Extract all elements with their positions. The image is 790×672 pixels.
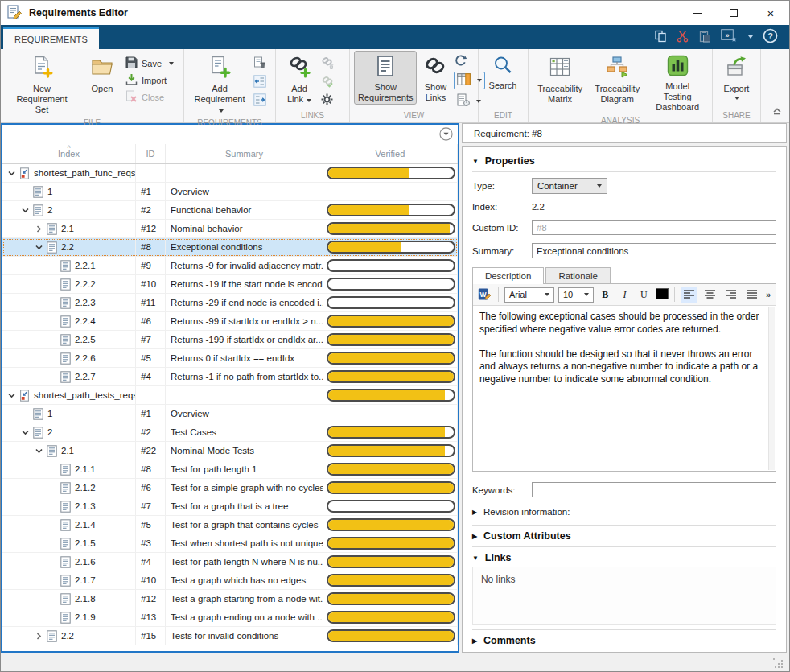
table-row[interactable]: 2.1.7#10Test a graph which has no edges bbox=[2, 571, 458, 590]
minimize-button[interactable] bbox=[678, 1, 715, 25]
chevron-right-icon[interactable] bbox=[33, 225, 45, 233]
bold-button[interactable]: B bbox=[598, 287, 613, 303]
demote-requirement-icon[interactable] bbox=[253, 93, 266, 109]
table-row[interactable]: 2.2.1#9Returns -9 for invalid adjacency … bbox=[2, 257, 458, 275]
chevron-down-icon[interactable] bbox=[6, 391, 18, 400]
add-link-caret-icon[interactable] bbox=[307, 99, 311, 102]
table-row[interactable]: 2.1.9#13Test a graph ending on a node wi… bbox=[2, 608, 458, 627]
traceability-matrix-button[interactable]: Traceability Matrix bbox=[533, 51, 587, 106]
properties-section-header[interactable]: ▼ Properties bbox=[472, 152, 776, 170]
table-row[interactable]: 2.2.5#7Returns -199 if startIdx or endId… bbox=[2, 331, 458, 349]
refresh-icon[interactable] bbox=[454, 54, 467, 69]
table-row[interactable]: 2.1.3#7Test for a graph that is a tree bbox=[2, 497, 458, 516]
summary-field[interactable] bbox=[532, 243, 776, 258]
quick-access-caret-icon[interactable] bbox=[748, 35, 753, 39]
column-header-id[interactable]: ID bbox=[136, 144, 166, 163]
verified-progress-bar bbox=[327, 518, 455, 531]
keywords-field[interactable] bbox=[532, 482, 776, 497]
table-row[interactable]: 2.1.2#6Test for a simple graph with no c… bbox=[2, 479, 458, 497]
font-family-select[interactable]: Arial bbox=[504, 287, 554, 303]
underline-button[interactable]: U bbox=[636, 287, 652, 303]
font-color-swatch[interactable] bbox=[656, 288, 669, 301]
new-requirement-set-button[interactable]: New Requirement Set bbox=[5, 51, 79, 117]
align-right-button[interactable] bbox=[722, 287, 739, 303]
description-text-area[interactable]: The following exceptional cases should b… bbox=[473, 306, 776, 471]
links-header[interactable]: ▼ Links bbox=[472, 549, 776, 567]
show-links-button[interactable]: Show Links bbox=[419, 51, 451, 105]
table-row[interactable]: 2.1.6#4Test for path length N where N is… bbox=[2, 553, 458, 571]
tab-description[interactable]: Description bbox=[472, 267, 545, 284]
verified-cell bbox=[323, 368, 458, 385]
type-select[interactable]: Container bbox=[532, 178, 607, 194]
table-row[interactable]: 2.2.4#6Returns -99 if startIdx or endIdx… bbox=[2, 312, 458, 331]
justify-button[interactable] bbox=[743, 287, 760, 303]
chevron-down-icon[interactable] bbox=[33, 447, 45, 456]
maximize-button[interactable] bbox=[715, 1, 752, 25]
align-left-button[interactable] bbox=[681, 287, 697, 303]
toolbar-overflow-button[interactable]: » bbox=[766, 290, 771, 299]
chevron-down-icon[interactable] bbox=[33, 243, 45, 252]
delete-requirement-icon[interactable] bbox=[253, 56, 266, 72]
table-row[interactable]: 2.2.7#4Returns -1 if no path from startI… bbox=[2, 368, 458, 386]
tab-rationale[interactable]: Rationale bbox=[545, 267, 611, 284]
collapse-ribbon-icon[interactable] bbox=[771, 106, 783, 118]
tab-requirements[interactable]: REQUIREMENTS bbox=[3, 27, 99, 49]
table-row[interactable]: 2.2.3#11Returns -29 if end node is encod… bbox=[2, 294, 458, 312]
add-requirement-button[interactable]: Add Requirement bbox=[188, 51, 251, 117]
table-row[interactable]: 1#1Overview bbox=[2, 183, 458, 201]
chevron-down-icon[interactable] bbox=[19, 206, 31, 215]
chevron-down-icon[interactable] bbox=[6, 169, 18, 178]
table-row[interactable]: 2.2#15Tests for invalid conditions bbox=[2, 627, 458, 645]
table-row[interactable]: 2.1.5#3Test when shortest path is not un… bbox=[2, 534, 458, 553]
link-settings-gear-icon[interactable] bbox=[321, 93, 333, 108]
table-row[interactable]: 2.1.1#8Test for path length 1 bbox=[2, 460, 458, 479]
more-actions-icon[interactable]: » bbox=[721, 29, 739, 45]
show-requirements-button[interactable]: Show Requirements bbox=[354, 51, 417, 105]
cut-icon[interactable] bbox=[677, 30, 689, 45]
table-row[interactable]: 2.2#8Exceptional conditions bbox=[2, 238, 458, 257]
add-requirement-caret-icon[interactable] bbox=[219, 109, 224, 113]
paste-icon[interactable] bbox=[698, 30, 711, 45]
font-size-select[interactable]: 10 bbox=[558, 287, 594, 303]
word-edit-icon[interactable]: W bbox=[478, 287, 492, 303]
open-button[interactable]: Open bbox=[81, 51, 123, 96]
custom-id-field[interactable] bbox=[532, 220, 776, 235]
save-caret-icon[interactable] bbox=[169, 62, 174, 65]
italic-button[interactable]: I bbox=[617, 287, 632, 303]
table-row[interactable]: 2.1.4#5Test for a graph that contains cy… bbox=[2, 516, 458, 534]
table-row[interactable]: 2.1#12Nominal behavior bbox=[2, 220, 458, 238]
comments-header[interactable]: ▶ Comments bbox=[472, 632, 776, 649]
resize-grip[interactable] bbox=[773, 658, 783, 668]
align-center-button[interactable] bbox=[702, 287, 718, 303]
view-options-button[interactable] bbox=[439, 127, 453, 143]
copy-icon[interactable] bbox=[654, 30, 667, 45]
save-button[interactable]: Save bbox=[125, 56, 174, 70]
import-button[interactable]: Import bbox=[125, 73, 174, 87]
revision-information-header[interactable]: ▶ Revision information: bbox=[472, 504, 776, 520]
chevron-down-icon[interactable] bbox=[19, 428, 31, 437]
export-caret-icon[interactable] bbox=[734, 97, 739, 100]
chevron-right-icon[interactable] bbox=[33, 632, 45, 641]
column-header-verified[interactable]: Verified bbox=[323, 144, 458, 163]
export-button[interactable]: Export bbox=[717, 51, 756, 101]
table-row[interactable]: 2#2Functional behavior bbox=[2, 201, 458, 220]
table-row[interactable]: shortest_path_func_reqs bbox=[2, 164, 458, 183]
table-row[interactable]: shortest_path_tests_reqs bbox=[2, 386, 458, 405]
table-row[interactable]: 2.2.2#10Returns -19 if the start node is… bbox=[2, 275, 458, 294]
promote-requirement-icon[interactable] bbox=[253, 75, 266, 90]
custom-attributes-header[interactable]: ▶ Custom Attributes bbox=[472, 527, 776, 545]
column-header-index[interactable]: ˄ Index bbox=[2, 144, 136, 163]
table-row[interactable]: 2#2Test Cases bbox=[2, 423, 458, 442]
table-row[interactable]: 1#1Overview bbox=[2, 405, 458, 423]
add-link-button[interactable]: Add Link bbox=[280, 51, 319, 106]
search-button[interactable]: Search bbox=[483, 51, 523, 93]
table-row[interactable]: 2.1#22Nominal Mode Tests bbox=[2, 442, 458, 460]
close-button[interactable]: × bbox=[752, 1, 789, 25]
model-testing-dashboard-button[interactable]: Model Testing Dashboard bbox=[647, 51, 708, 115]
table-row[interactable]: 2.1.8#12Test a graph starting from a nod… bbox=[2, 590, 458, 608]
editor-scrollbar[interactable] bbox=[768, 307, 775, 470]
help-icon[interactable]: ? bbox=[763, 28, 778, 46]
traceability-diagram-button[interactable]: Traceability Diagram bbox=[590, 51, 644, 106]
table-row[interactable]: 2.2.6#5Returns 0 if startIdx == endIdx bbox=[2, 349, 458, 368]
column-header-summary[interactable]: Summary bbox=[166, 144, 323, 163]
